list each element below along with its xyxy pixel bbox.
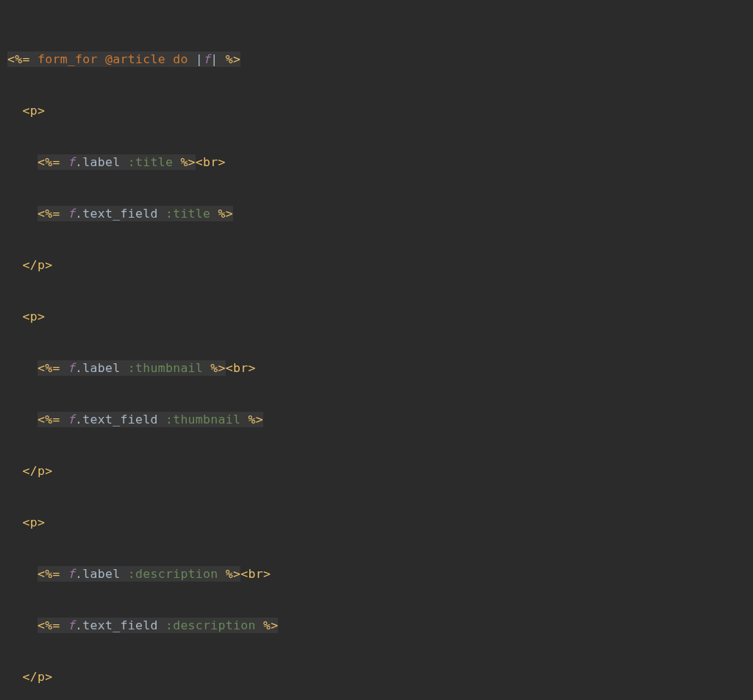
editor-gutter (0, 0, 7, 700)
code-line[interactable]: <%= form_for @article do |f| %> (7, 46, 557, 72)
code-line[interactable]: <p> (7, 98, 557, 124)
code-line[interactable]: </p> (7, 252, 557, 278)
code-line[interactable]: <p> (7, 304, 557, 329)
code-line[interactable]: </p> (7, 664, 557, 690)
code-line[interactable]: <%= f.text_field :title %> (7, 201, 557, 226)
code-line[interactable]: <p> (7, 510, 557, 535)
code-line[interactable]: <%= f.label :thumbnail %><br> (7, 355, 557, 381)
code-line[interactable]: <%= f.text_field :description %> (7, 612, 557, 638)
code-line[interactable]: <%= f.label :description %><br> (7, 561, 557, 587)
code-editor[interactable]: <%= form_for @article do |f| %> <p> <%= … (7, 21, 557, 700)
code-line[interactable]: <%= f.text_field :thumbnail %> (7, 407, 557, 432)
code-line[interactable]: <%= f.label :title %><br> (7, 149, 557, 175)
code-line[interactable]: </p> (7, 458, 557, 484)
